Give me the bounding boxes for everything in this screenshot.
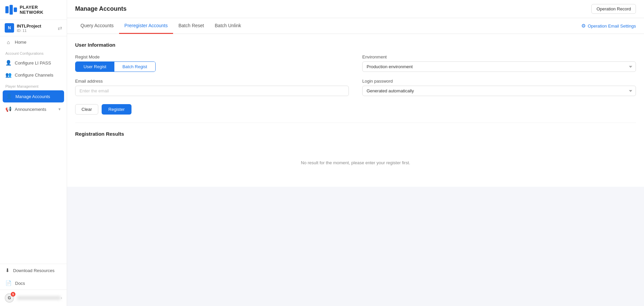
user-avatar-wrap: G 5 <box>5 293 14 303</box>
manage-accounts-icon: 👤 <box>6 93 12 99</box>
sidebar-item-docs-label: Docs <box>15 281 25 286</box>
user-information-title: User Information <box>75 42 636 48</box>
account-config-section-label: Account Configurations <box>0 48 67 57</box>
configure-li-pass-icon: 👤 <box>5 60 11 66</box>
password-label: Login password <box>362 79 636 84</box>
player-management-section-label: Player Management <box>0 81 67 90</box>
tab-preregister-accounts[interactable]: Preregister Accounts <box>119 18 173 34</box>
main-content: Manage Accounts Operation Record Query A… <box>67 0 644 306</box>
project-name: INTLProject <box>17 24 41 29</box>
sidebar-item-home[interactable]: ⌂ Home <box>0 36 67 48</box>
project-id: ID: 11 <box>17 29 41 33</box>
sidebar-item-announcements-label: Announcements <box>15 107 46 112</box>
environment-select[interactable]: Production environment Staging environme… <box>362 61 636 72</box>
operation-email-settings-label: Operation Email Settings <box>588 24 636 29</box>
sidebar-item-docs[interactable]: 📄 Docs <box>0 277 67 290</box>
announcements-expand-icon: ▼ <box>58 107 61 111</box>
user-regist-button[interactable]: User Regist <box>75 62 114 72</box>
regist-mode-label: Regist Mode <box>75 54 349 59</box>
regist-mode-toggle: User Regist Batch Regist <box>75 61 156 72</box>
results-section: Registration Results No result for the m… <box>75 131 636 179</box>
operation-email-settings[interactable]: ⚙ Operation Email Settings <box>581 23 636 29</box>
content-inner: User Information Regist Mode User Regist… <box>67 34 644 187</box>
clear-button[interactable]: Clear <box>75 104 98 115</box>
results-title: Registration Results <box>75 131 636 137</box>
svg-rect-1 <box>10 5 13 15</box>
sidebar-item-configure-channels-label: Configure Channels <box>15 73 53 78</box>
action-row: Clear Register <box>75 104 636 115</box>
sidebar-item-announcements[interactable]: 📢 Announcements ▼ <box>0 103 67 115</box>
form-grid: Regist Mode User Regist Batch Regist Env… <box>75 54 636 96</box>
tab-batch-reset[interactable]: Batch Reset <box>173 18 209 34</box>
environment-label: Environment <box>362 54 636 59</box>
logo-icon <box>5 5 17 15</box>
sidebar-item-download-resources[interactable]: ⬇ Download Resources <box>0 264 67 277</box>
sidebar-item-configure-li-pass[interactable]: 👤 Configure LI PASS <box>0 57 67 69</box>
gear-icon: ⚙ <box>581 23 586 29</box>
sidebar-item-home-label: Home <box>15 40 26 45</box>
project-avatar: N <box>5 23 14 33</box>
tab-query-accounts[interactable]: Query Accounts <box>75 18 119 34</box>
environment-group: Environment Production environment Stagi… <box>362 54 636 72</box>
sidebar-item-download-resources-label: Download Resources <box>13 268 55 273</box>
batch-regist-button[interactable]: Batch Regist <box>114 62 155 72</box>
page-title: Manage Accounts <box>75 5 126 12</box>
operation-record-button[interactable]: Operation Record <box>591 4 636 14</box>
email-label: Email address <box>75 79 349 84</box>
user-name-blurred <box>17 296 61 300</box>
notification-badge: 5 <box>11 292 15 297</box>
sidebar-item-configure-li-pass-label: Configure LI PASS <box>15 60 51 65</box>
empty-state: No result for the moment, please enter y… <box>75 147 636 179</box>
project-info: N INTLProject ID: 11 <box>5 23 41 33</box>
section-divider <box>75 123 636 123</box>
announcements-icon: 📢 <box>5 106 11 112</box>
logo-text: PLAYER NETWORK <box>20 5 61 15</box>
content-area: User Information Regist Mode User Regist… <box>67 34 644 306</box>
sidebar-item-manage-accounts[interactable]: 👤 Manage Accounts <box>3 90 64 102</box>
email-group: Email address <box>75 79 349 96</box>
svg-rect-0 <box>5 6 9 13</box>
tab-batch-unlink[interactable]: Batch Unlink <box>209 18 247 34</box>
user-row: G 5 › <box>0 290 67 306</box>
password-group: Login password Generated automatically C… <box>362 79 636 96</box>
svg-rect-2 <box>14 7 17 12</box>
tabs-bar: Query Accounts Preregister Accounts Batc… <box>67 18 644 34</box>
project-switcher[interactable]: N INTLProject ID: 11 ⇄ <box>0 20 67 36</box>
register-button[interactable]: Register <box>102 104 131 115</box>
password-select[interactable]: Generated automatically Custom password <box>362 86 636 96</box>
download-icon: ⬇ <box>5 267 10 273</box>
sidebar-bottom: ⬇ Download Resources 📄 Docs G 5 › <box>0 264 67 306</box>
docs-icon: 📄 <box>5 280 12 286</box>
regist-mode-group: Regist Mode User Regist Batch Regist <box>75 54 349 72</box>
sidebar: PLAYER NETWORK N INTLProject ID: 11 ⇄ ⌂ … <box>0 0 67 306</box>
user-expand-icon[interactable]: › <box>61 296 62 300</box>
tabs-left: Query Accounts Preregister Accounts Batc… <box>75 18 247 34</box>
sidebar-item-manage-accounts-label: Manage Accounts <box>15 94 50 99</box>
switch-icon: ⇄ <box>58 25 62 31</box>
sidebar-logo: PLAYER NETWORK <box>0 0 67 20</box>
topbar: Manage Accounts Operation Record <box>67 0 644 18</box>
sidebar-item-configure-channels[interactable]: 👥 Configure Channels <box>0 69 67 81</box>
configure-channels-icon: 👥 <box>5 72 11 78</box>
home-icon: ⌂ <box>5 39 11 45</box>
email-input[interactable] <box>75 86 349 96</box>
